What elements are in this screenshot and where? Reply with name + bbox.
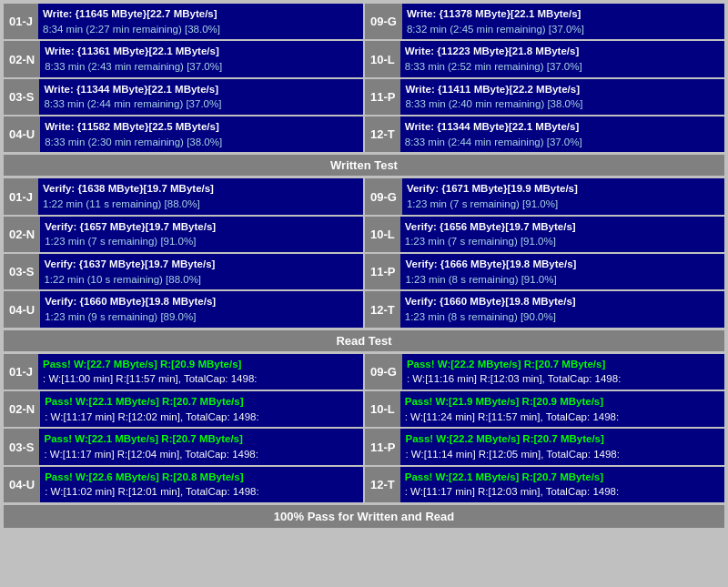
row-pair: 02-NPass! W:[22.1 MByte/s] R:[20.7 MByte… [4,391,724,427]
cell-line2: 1:23 min (8 s remaining) [90.0%] [405,309,720,325]
cell-line2: 8:33 min (2:40 min remaining) [38.0%] [405,96,720,112]
row-pair: 04-UWrite: {11582 MByte}[22.5 MByte/s]8:… [4,116,724,152]
row-pair: 01-JVerify: {1638 MByte}[19.7 MByte/s]1:… [4,178,724,214]
cell-line2: : W:[11:17 min] R:[12:03 min], TotalCap:… [405,484,720,500]
cell-line2: 8:33 min (2:30 min remaining) [38.0%] [45,135,359,150]
cell-line1: Pass! W:[22.1 MByte/s] R:[20.7 MByte/s] [405,470,720,485]
device-id: 12-T [365,467,400,502]
cell-pair: 01-JPass! W:[22.7 MByte/s] R:[20.9 MByte… [4,354,363,390]
cell-content: Write: {11344 MByte}[22.1 MByte/s]8:33 m… [400,116,724,152]
cell-line1: Verify: {1657 MByte}[19.7 MByte/s] [45,219,359,235]
row-pair: 01-JPass! W:[22.7 MByte/s] R:[20.9 MByte… [4,354,724,390]
cell-line1: Write: {11582 MByte}[22.5 MByte/s] [45,119,359,135]
written-test-header: Written Test [4,155,724,176]
cell-pair: 04-UVerify: {1660 MByte}[19.8 MByte/s]1:… [4,291,363,327]
cell-pair: 12-TPass! W:[22.1 MByte/s] R:[20.7 MByte… [365,467,724,502]
cell-content: Pass! W:[22.2 MByte/s] R:[20.7 MByte/s]:… [400,429,724,464]
row-pair: 01-JWrite: {11645 MByte}[22.7 MByte/s]8:… [4,4,724,39]
cell-content: Write: {11344 MByte}[22.1 MByte/s]8:33 m… [39,79,363,115]
cell-line1: Write: {11645 MByte}[22.7 MByte/s] [43,6,359,22]
cell-pair: 09-GPass! W:[22.2 MByte/s] R:[20.7 MByte… [365,354,724,390]
cell-pair: 02-NPass! W:[22.1 MByte/s] R:[20.7 MByte… [4,391,363,427]
cell-line2: 1:22 min (11 s remaining) [88.0%] [43,197,359,212]
device-id: 02-N [4,217,40,252]
cell-content: Verify: {1657 MByte}[19.7 MByte/s]1:23 m… [40,217,363,252]
row-pair: 04-UVerify: {1660 MByte}[19.8 MByte/s]1:… [4,291,724,327]
device-id: 09-G [365,354,402,390]
cell-line2: 8:34 min (2:27 min remaining) [38.0%] [43,22,359,37]
cell-content: Pass! W:[21.9 MByte/s] R:[20.9 MByte/s]:… [400,391,724,427]
device-id: 03-S [4,79,39,115]
verify-section: 01-JVerify: {1638 MByte}[19.7 MByte/s]1:… [4,178,724,327]
row-pair: 02-NWrite: {11361 MByte}[22.1 MByte/s]8:… [4,41,724,76]
cell-content: Verify: {1656 MByte}[19.7 MByte/s]1:23 m… [400,217,724,252]
cell-pair: 04-UPass! W:[22.6 MByte/s] R:[20.8 MByte… [4,467,363,502]
cell-content: Verify: {1671 MByte}[19.9 MByte/s]1:23 m… [402,178,724,214]
device-id: 04-U [4,467,40,502]
cell-line2: 8:33 min (2:52 min remaining) [37.0%] [405,59,720,75]
device-id: 10-L [365,391,400,427]
device-id: 03-S [4,254,39,289]
footer-status: 100% Pass for Written and Read [4,505,724,528]
main-container: 01-JWrite: {11645 MByte}[22.7 MByte/s]8:… [0,0,728,531]
cell-line2: : W:[11:24 min] R:[11:57 min], TotalCap:… [405,410,720,425]
cell-pair: 01-JWrite: {11645 MByte}[22.7 MByte/s]8:… [4,4,363,39]
device-id: 12-T [365,291,400,327]
read-test-header: Read Test [4,330,724,351]
device-id: 04-U [4,291,40,327]
cell-pair: 03-SWrite: {11344 MByte}[22.1 MByte/s]8:… [4,79,363,115]
write-section: 01-JWrite: {11645 MByte}[22.7 MByte/s]8:… [4,4,724,152]
cell-pair: 02-NVerify: {1657 MByte}[19.7 MByte/s]1:… [4,217,363,252]
device-id: 04-U [4,116,40,152]
row-pair: 03-SPass! W:[22.1 MByte/s] R:[20.7 MByte… [4,429,724,464]
read-section: 01-JPass! W:[22.7 MByte/s] R:[20.9 MByte… [4,354,724,502]
cell-pair: 04-UWrite: {11582 MByte}[22.5 MByte/s]8:… [4,116,363,152]
device-id: 02-N [4,41,40,76]
cell-line1: Verify: {1660 MByte}[19.8 MByte/s] [405,294,720,309]
device-id: 09-G [365,178,402,214]
cell-content: Write: {11361 MByte}[22.1 MByte/s]8:33 m… [40,41,363,76]
cell-line1: Pass! W:[22.6 MByte/s] R:[20.8 MByte/s] [45,470,359,485]
cell-pair: 10-LPass! W:[21.9 MByte/s] R:[20.9 MByte… [365,391,724,427]
device-id: 01-J [4,178,38,214]
device-id: 11-P [365,79,400,115]
cell-line1: Write: {11378 MByte}[22.1 MByte/s] [407,6,720,22]
cell-line2: 1:23 min (8 s remaining) [91.0%] [405,272,720,288]
cell-line2: 8:32 min (2:45 min remaining) [37.0%] [407,22,720,37]
cell-pair: 11-PPass! W:[22.2 MByte/s] R:[20.7 MByte… [365,429,724,464]
cell-line1: Verify: {1638 MByte}[19.7 MByte/s] [43,181,359,197]
cell-line1: Verify: {1656 MByte}[19.7 MByte/s] [405,219,720,235]
cell-pair: 11-PVerify: {1666 MByte}[19.8 MByte/s]1:… [365,254,724,289]
cell-line1: Pass! W:[22.1 MByte/s] R:[20.7 MByte/s] [44,431,359,447]
device-id: 10-L [365,41,400,76]
cell-content: Verify: {1637 MByte}[19.7 MByte/s]1:22 m… [39,254,363,289]
cell-line2: : W:[11:17 min] R:[12:04 min], TotalCap:… [44,447,359,462]
cell-content: Pass! W:[22.1 MByte/s] R:[20.7 MByte/s]:… [400,467,724,502]
device-id: 03-S [4,429,39,464]
cell-pair: 11-PWrite: {11411 MByte}[22.2 MByte/s]8:… [365,79,724,115]
cell-line2: 1:23 min (7 s remaining) [91.0%] [407,197,720,212]
cell-pair: 12-TVerify: {1660 MByte}[19.8 MByte/s]1:… [365,291,724,327]
row-pair: 04-UPass! W:[22.6 MByte/s] R:[20.8 MByte… [4,467,724,502]
cell-line2: 1:22 min (10 s remaining) [88.0%] [44,272,359,288]
cell-line2: 8:33 min (2:43 min remaining) [37.0%] [45,59,359,75]
cell-line2: : W:[11:16 min] R:[12:03 min], TotalCap:… [407,371,720,387]
cell-line1: Write: {11411 MByte}[22.2 MByte/s] [405,82,720,97]
cell-line2: : W:[11:02 min] R:[12:01 min], TotalCap:… [45,484,359,500]
cell-line2: : W:[11:17 min] R:[12:02 min], TotalCap:… [45,410,359,425]
row-pair: 03-SVerify: {1637 MByte}[19.7 MByte/s]1:… [4,254,724,289]
cell-line1: Verify: {1666 MByte}[19.8 MByte/s] [405,257,720,272]
row-pair: 03-SWrite: {11344 MByte}[22.1 MByte/s]8:… [4,79,724,115]
device-id: 11-P [365,429,400,464]
cell-line2: 1:23 min (7 s remaining) [91.0%] [405,234,720,249]
device-id: 02-N [4,391,40,427]
device-id: 01-J [4,354,38,390]
cell-pair: 10-LVerify: {1656 MByte}[19.7 MByte/s]1:… [365,217,724,252]
cell-content: Verify: {1638 MByte}[19.7 MByte/s]1:22 m… [38,178,363,214]
cell-content: Verify: {1666 MByte}[19.8 MByte/s]1:23 m… [400,254,724,289]
device-id: 10-L [365,217,400,252]
cell-line1: Pass! W:[22.2 MByte/s] R:[20.7 MByte/s] [405,431,720,447]
cell-line2: : W:[11:14 min] R:[12:05 min], TotalCap:… [405,447,720,462]
cell-line1: Verify: {1660 MByte}[19.8 MByte/s] [45,294,359,309]
cell-content: Pass! W:[22.6 MByte/s] R:[20.8 MByte/s]:… [40,467,363,502]
